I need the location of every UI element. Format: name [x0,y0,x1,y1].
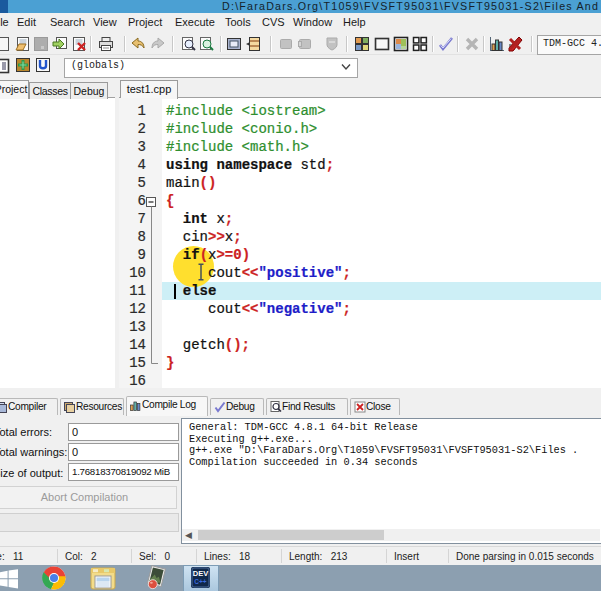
svg-text:C++: C++ [194,578,206,585]
svg-text:DEV: DEV [193,569,208,578]
